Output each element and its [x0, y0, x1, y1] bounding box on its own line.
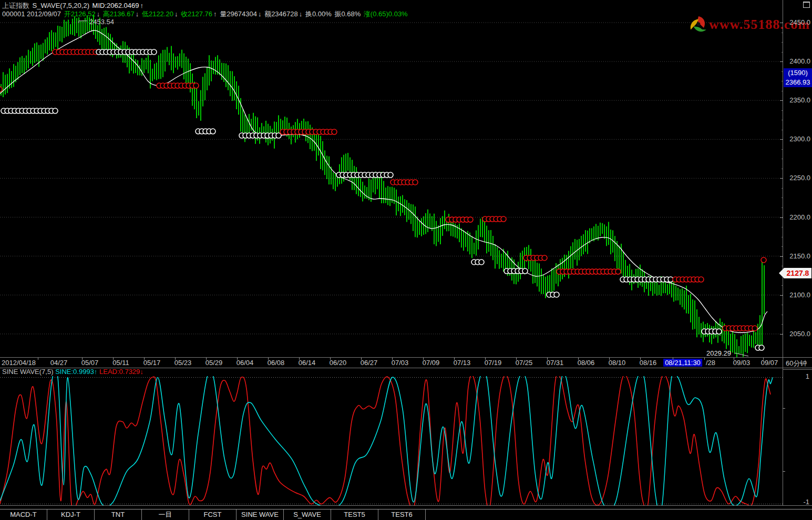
tick	[780, 334, 783, 335]
date-tick	[763, 358, 764, 360]
date-tick	[361, 358, 362, 360]
main-price-chart[interactable]: 2453.542029.29	[0, 0, 783, 358]
price-axis-label: 2450.0	[785, 18, 810, 26]
minor-tick	[782, 207, 783, 208]
tab-fcst[interactable]: FCST	[189, 509, 237, 520]
tick	[783, 408, 785, 409]
text-segment: ↑	[140, 2, 144, 9]
text-segment: ↓	[97, 10, 102, 18]
divider	[0, 505, 812, 506]
window-restore-icon[interactable]	[803, 2, 810, 8]
tab-test6[interactable]: TEST6	[378, 509, 426, 520]
tick	[780, 217, 783, 218]
sine-wave-panel[interactable]	[0, 376, 783, 505]
minor-tick	[782, 110, 783, 111]
date-label: 09/03	[733, 359, 751, 367]
tick	[780, 178, 783, 179]
text-segment: MID:2062.0469	[92, 2, 139, 9]
price-axis-label: 2300.0	[785, 135, 810, 143]
tab-test5[interactable]: TEST5	[331, 509, 378, 520]
date-label: 07/13	[454, 359, 471, 367]
period-label[interactable]: 60分钟	[786, 359, 807, 368]
pinwheel-icon	[688, 14, 709, 36]
tick	[780, 100, 783, 101]
sine-axis-top-label: 1	[785, 372, 809, 380]
date-tick	[237, 358, 238, 360]
price-axis-label: 2250.0	[785, 174, 810, 182]
date-label: 07/31	[547, 359, 564, 367]
latest-price-arrow	[779, 268, 784, 278]
date-tick	[113, 358, 114, 360]
minor-tick	[782, 324, 783, 325]
date-tick	[734, 358, 734, 360]
latest-price-badge: 2127.8	[784, 268, 811, 278]
indicator-tabbar: MACD-TKDJ-TTNT一目FCSTSINE WAVES_WAVETEST5…	[0, 509, 812, 520]
text-segment: SINE:0.9993	[55, 368, 94, 376]
date-label: /28	[706, 359, 715, 367]
date-label: 07/19	[485, 359, 502, 367]
date-label: 08/16	[640, 359, 657, 367]
date-tick	[423, 358, 424, 360]
date-label: 09/07	[761, 359, 778, 367]
minor-tick	[782, 130, 783, 130]
text-segment: 高2136.67	[103, 10, 135, 18]
text-segment: 额2346728	[264, 10, 298, 18]
tick	[780, 295, 783, 296]
text-segment: ↓	[174, 10, 180, 18]
date-tick	[609, 358, 610, 360]
tab--[interactable]: 一目	[142, 509, 189, 520]
tick	[780, 256, 783, 257]
tab-tnt[interactable]: TNT	[95, 509, 142, 520]
text-segment: ↑	[94, 368, 99, 376]
tab-macd-t[interactable]: MACD-T	[0, 509, 47, 520]
text-segment: SINE WAVE(7,5)	[2, 368, 55, 376]
date-label: 07/09	[423, 359, 440, 367]
minor-tick	[782, 227, 783, 227]
tick	[780, 23, 783, 23]
date-tick	[330, 358, 331, 360]
date-tick	[268, 358, 269, 360]
price-axis-label: 2150.0	[785, 252, 810, 260]
tab-s-wave[interactable]: S_WAVE	[284, 509, 331, 520]
tick	[783, 471, 785, 472]
text-segment: ↓	[136, 10, 141, 18]
date-label: 05/23	[174, 359, 192, 367]
date-axis[interactable]: 2012/04/1804/2705/0705/1105/1705/2305/29…	[0, 358, 812, 368]
price-axis-label: 2050.0	[785, 330, 810, 338]
text-segment: 涨(0.65)0.03%	[364, 10, 408, 18]
minor-tick	[782, 169, 783, 169]
minor-tick	[782, 285, 783, 286]
minor-tick	[782, 71, 783, 72]
text-segment: ↑	[213, 10, 219, 18]
text-segment: 收2127.76	[181, 10, 212, 18]
price-axis-label: 2200.0	[785, 213, 810, 221]
minor-tick	[782, 197, 783, 198]
text-segment: 开2126.52	[64, 10, 96, 18]
ref-price: 2366.93	[784, 78, 812, 87]
text-segment: 量29674304	[220, 10, 257, 18]
date-tick	[144, 358, 145, 360]
date-label: 06/08	[268, 359, 285, 367]
minor-tick	[782, 266, 783, 266]
text-segment: 振0.68%	[334, 10, 362, 18]
date-label: 05/11	[112, 359, 129, 367]
divider	[783, 369, 812, 370]
minor-tick	[782, 81, 783, 81]
minor-tick	[782, 91, 783, 91]
minor-tick	[782, 120, 783, 120]
minor-tick	[782, 159, 783, 159]
price-axis-label: 2350.0	[785, 96, 810, 104]
tab-kdj-t[interactable]: KDJ-T	[47, 509, 95, 520]
date-label: 05/07	[81, 359, 99, 367]
text-segment: ↓	[258, 10, 263, 18]
date-label: 2012/04/18	[2, 359, 36, 367]
minor-tick	[782, 52, 783, 53]
tick	[780, 139, 783, 140]
bar-count: (1590)	[784, 68, 812, 78]
text-segment: ↓	[299, 10, 304, 18]
tab-sine-wave[interactable]: SINE WAVE	[237, 509, 284, 520]
tick	[780, 61, 783, 62]
date-label: 04/27	[50, 359, 68, 367]
date-label: 06/27	[361, 359, 378, 367]
date-tick	[299, 358, 300, 360]
